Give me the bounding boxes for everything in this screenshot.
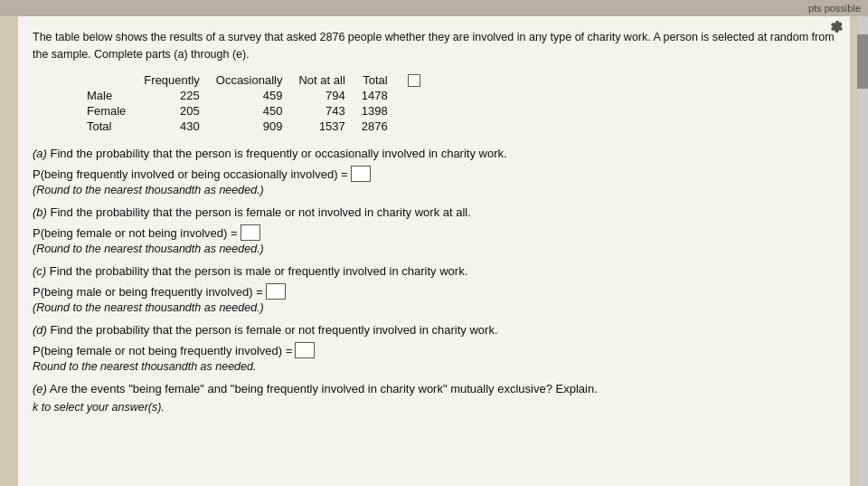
answer-prefix-d: P(being female or not being frequently i… — [33, 344, 292, 357]
answer-prefix-b: P(being female or not being involved) = — [33, 226, 238, 240]
section-d: (d) Find the probability that the person… — [33, 323, 835, 373]
table-row-female: Female 205 450 743 1398 — [87, 103, 437, 119]
question-c-text: (c) Find the probability that the person… — [33, 264, 835, 278]
answer-prefix-a: P(being frequently involved or being occ… — [33, 167, 348, 181]
col-header-frequently: Frequently — [144, 72, 215, 89]
round-note-c: (Round to the nearest thousandth as need… — [33, 301, 835, 314]
row-female-total: 1398 — [362, 103, 404, 119]
row-label-female: Female — [87, 103, 144, 119]
answer-input-d[interactable] — [295, 342, 315, 358]
question-b-text: (b) Find the probability that the person… — [33, 205, 835, 219]
answer-line-b: P(being female or not being involved) = — [33, 224, 835, 241]
row-male-not-at-all: 794 — [298, 88, 361, 103]
part-a-label: (a) — [33, 147, 47, 160]
row-female-occasionally: 450 — [216, 103, 299, 119]
click-answer-note: k to select your answer(s). — [33, 401, 835, 414]
answer-line-c: P(being male or being frequently involve… — [33, 283, 835, 300]
row-total-occasionally: 909 — [216, 119, 299, 134]
question-a-text: (a) Find the probability that the person… — [33, 147, 835, 160]
intro-text: The table below shows the results of a s… — [33, 29, 835, 63]
row-label-male: Male — [87, 88, 144, 103]
part-b-label: (b) — [33, 205, 47, 219]
status-text: pts possible — [808, 3, 861, 14]
table-row-total: Total 430 909 1537 2876 — [87, 119, 437, 134]
answer-input-a[interactable] — [351, 166, 371, 182]
top-bar: pts possible — [0, 0, 868, 16]
part-e-label: (e) — [33, 382, 47, 395]
answer-line-a: P(being frequently involved or being occ… — [33, 166, 835, 182]
question-e-text: (e) Are the events "being female" and "b… — [33, 382, 835, 395]
main-content: The table below shows the results of a s… — [18, 16, 850, 486]
question-d-text: (d) Find the probability that the person… — [33, 323, 835, 337]
scrollbar-thumb[interactable] — [857, 34, 868, 89]
data-table: Frequently Occasionally Not at all Total… — [87, 72, 835, 135]
col-header-occasionally: Occasionally — [216, 72, 299, 89]
part-d-label: (d) — [33, 323, 47, 337]
row-male-frequently: 225 — [144, 88, 215, 103]
answer-input-b[interactable] — [241, 224, 260, 241]
answer-prefix-c: P(being male or being frequently involve… — [33, 285, 263, 299]
answer-line-d: P(being female or not being frequently i… — [33, 342, 835, 358]
scrollbar[interactable] — [857, 16, 868, 486]
col-header-not-at-all: Not at all — [298, 72, 361, 89]
row-male-total: 1478 — [362, 88, 404, 103]
section-c: (c) Find the probability that the person… — [33, 264, 835, 314]
row-total-not-at-all: 1537 — [298, 119, 361, 134]
part-c-label: (c) — [33, 264, 46, 278]
section-b: (b) Find the probability that the person… — [33, 205, 835, 255]
gear-icon[interactable] — [830, 20, 844, 37]
row-female-frequently: 205 — [144, 103, 215, 119]
row-male-occasionally: 459 — [216, 88, 299, 103]
answer-input-c[interactable] — [266, 283, 286, 300]
col-header-total: Total — [362, 72, 404, 89]
row-total-total: 2876 — [362, 119, 404, 134]
table-row-male: Male 225 459 794 1478 — [87, 88, 437, 103]
col-header-empty — [87, 72, 144, 89]
round-note-a: (Round to the nearest thousandth as need… — [33, 184, 835, 196]
header-checkbox[interactable] — [408, 74, 420, 87]
col-header-checkbox — [404, 72, 437, 89]
round-note-b: (Round to the nearest thousandth as need… — [33, 243, 835, 255]
section-e: (e) Are the events "being female" and "b… — [33, 382, 835, 414]
section-a: (a) Find the probability that the person… — [33, 147, 835, 196]
row-total-frequently: 430 — [144, 119, 215, 134]
row-label-total: Total — [87, 119, 144, 134]
round-note-d: Round to the nearest thousandth as neede… — [33, 360, 835, 373]
row-female-not-at-all: 743 — [298, 103, 361, 119]
